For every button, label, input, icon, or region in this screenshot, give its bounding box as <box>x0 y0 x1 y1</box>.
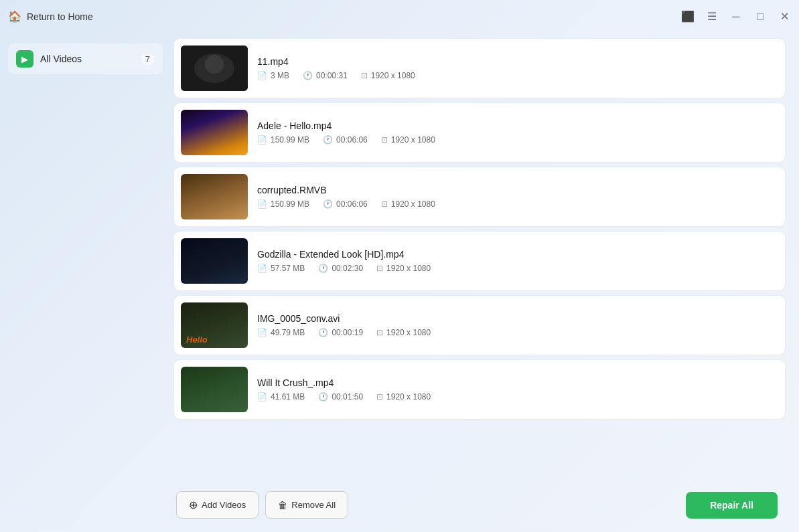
video-thumbnail-5: Hello <box>181 302 248 348</box>
resolution-2: ⊡ 1920 x 1080 <box>381 135 435 145</box>
video-name-5: IMG_0005_conv.avi <box>257 313 774 324</box>
resolution-3: ⊡ 1920 x 1080 <box>381 199 435 209</box>
file-icon: 📄 <box>257 199 267 209</box>
resolution-4: ⊡ 1920 x 1080 <box>376 264 431 273</box>
video-info-5: IMG_0005_conv.avi 📄 49.79 MB 🕐 00:00:19 … <box>257 313 774 337</box>
video-thumbnail-2 <box>181 110 248 155</box>
clock-icon: 🕐 <box>318 392 328 402</box>
file-size-4: 📄 57.57 MB <box>257 264 305 273</box>
video-list: 11.mp4 📄 3 MB 🕐 00:00:31 ⊡ 1920 x 1080 <box>173 38 788 483</box>
main-layout: ▶ All Videos 7 11.mp4 <box>0 33 799 532</box>
res-icon: ⊡ <box>381 135 388 145</box>
add-videos-button[interactable]: ⊕ Add Videos <box>176 491 259 519</box>
table-row: 11.mp4 📄 3 MB 🕐 00:00:31 ⊡ 1920 x 1080 <box>173 38 786 98</box>
video-thumbnail-4 <box>181 238 248 284</box>
bottom-bar: ⊕ Add Videos 🗑 Remove All Repair All <box>173 483 788 527</box>
video-info-6: Will It Crush_.mp4 📄 41.61 MB 🕐 00:01:50… <box>257 377 774 402</box>
title-bar: 🏠 Return to Home ⬛ ☰ ─ □ ✕ <box>0 0 799 33</box>
close-icon[interactable]: ✕ <box>778 10 791 23</box>
video-meta-3: 📄 150.99 MB 🕐 00:06:06 ⊡ 1920 x 1080 <box>257 199 774 209</box>
duration-2: 🕐 00:06:06 <box>323 135 368 145</box>
video-name-6: Will It Crush_.mp4 <box>257 377 774 388</box>
duration-3: 🕐 00:06:06 <box>323 199 368 209</box>
video-meta-6: 📄 41.61 MB 🕐 00:01:50 ⊡ 1920 x 1080 <box>257 392 774 402</box>
video-name-1: 11.mp4 <box>257 56 774 67</box>
duration-6: 🕐 00:01:50 <box>318 392 363 402</box>
duration-5: 🕐 00:00:19 <box>318 328 363 337</box>
clock-icon: 🕐 <box>323 199 333 209</box>
video-name-2: Adele - Hello.mp4 <box>257 120 774 131</box>
sidebar: ▶ All Videos 7 <box>0 33 171 532</box>
file-icon: 📄 <box>257 264 267 273</box>
maximize-icon[interactable]: □ <box>753 11 767 23</box>
clock-icon: 🕐 <box>303 71 313 80</box>
screen-icon[interactable]: ⬛ <box>681 10 695 23</box>
file-icon: 📄 <box>257 392 267 402</box>
plus-icon: ⊕ <box>189 499 198 511</box>
video-info-2: Adele - Hello.mp4 📄 150.99 MB 🕐 00:06:06… <box>257 120 774 145</box>
minimize-icon[interactable]: ─ <box>729 11 743 23</box>
sidebar-item-all-videos[interactable]: ▶ All Videos 7 <box>8 43 163 74</box>
video-thumbnail-6 <box>181 367 248 412</box>
res-icon: ⊡ <box>381 199 388 209</box>
window-controls: ⬛ ☰ ─ □ ✕ <box>681 10 791 23</box>
table-row: Hello IMG_0005_conv.avi 📄 49.79 MB 🕐 00:… <box>173 295 786 355</box>
resolution-5: ⊡ 1920 x 1080 <box>376 328 431 337</box>
file-icon: 📄 <box>257 71 267 80</box>
file-size-3: 📄 150.99 MB <box>257 199 309 209</box>
table-row: Godzilla - Extended Look [HD].mp4 📄 57.5… <box>173 231 786 291</box>
video-meta-5: 📄 49.79 MB 🕐 00:00:19 ⊡ 1920 x 1080 <box>257 328 774 337</box>
video-meta-4: 📄 57.57 MB 🕐 00:02:30 ⊡ 1920 x 1080 <box>257 264 774 273</box>
clock-icon: 🕐 <box>318 328 328 337</box>
file-icon: 📄 <box>257 328 267 337</box>
trash-icon: 🗑 <box>278 500 287 511</box>
svg-point-2 <box>205 55 224 74</box>
res-icon: ⊡ <box>376 264 383 273</box>
file-size-6: 📄 41.61 MB <box>257 392 305 402</box>
res-icon: ⊡ <box>376 392 383 402</box>
table-row: Will It Crush_.mp4 📄 41.61 MB 🕐 00:01:50… <box>173 359 786 420</box>
table-row: corrupted.RMVB 📄 150.99 MB 🕐 00:06:06 ⊡ <box>173 167 786 227</box>
video-info-1: 11.mp4 📄 3 MB 🕐 00:00:31 ⊡ 1920 x 1080 <box>257 56 774 80</box>
home-icon: 🏠 <box>8 10 21 23</box>
res-icon: ⊡ <box>376 328 383 337</box>
video-meta-1: 📄 3 MB 🕐 00:00:31 ⊡ 1920 x 1080 <box>257 71 774 80</box>
resolution-6: ⊡ 1920 x 1080 <box>376 392 431 402</box>
video-thumbnail-1 <box>181 46 248 91</box>
all-videos-label: All Videos <box>40 54 134 64</box>
clock-icon: 🕐 <box>318 264 328 273</box>
duration-1: 🕐 00:00:31 <box>303 71 348 80</box>
video-info-3: corrupted.RMVB 📄 150.99 MB 🕐 00:06:06 ⊡ <box>257 185 774 209</box>
bottom-left-actions: ⊕ Add Videos 🗑 Remove All <box>176 491 348 519</box>
video-info-4: Godzilla - Extended Look [HD].mp4 📄 57.5… <box>257 249 774 273</box>
return-to-home-button[interactable]: 🏠 Return to Home <box>8 10 93 23</box>
video-name-4: Godzilla - Extended Look [HD].mp4 <box>257 249 774 260</box>
home-label: Return to Home <box>27 11 93 22</box>
repair-all-button[interactable]: Repair All <box>686 492 778 519</box>
file-size-2: 📄 150.99 MB <box>257 135 309 145</box>
all-videos-count: 7 <box>141 54 155 65</box>
menu-icon[interactable]: ☰ <box>705 10 719 23</box>
video-thumbnail-3 <box>181 174 248 219</box>
content-area: 11.mp4 📄 3 MB 🕐 00:00:31 ⊡ 1920 x 1080 <box>171 33 799 532</box>
play-icon: ▶ <box>16 50 33 68</box>
file-size-5: 📄 49.79 MB <box>257 328 305 337</box>
remove-all-button[interactable]: 🗑 Remove All <box>265 491 348 519</box>
video-name-3: corrupted.RMVB <box>257 185 774 195</box>
video-meta-2: 📄 150.99 MB 🕐 00:06:06 ⊡ 1920 x 1080 <box>257 135 774 145</box>
file-size-1: 📄 3 MB <box>257 71 289 80</box>
file-icon: 📄 <box>257 135 267 145</box>
clock-icon: 🕐 <box>323 135 333 145</box>
duration-4: 🕐 00:02:30 <box>318 264 363 273</box>
table-row: Adele - Hello.mp4 📄 150.99 MB 🕐 00:06:06… <box>173 102 786 163</box>
resolution-1: ⊡ 1920 x 1080 <box>361 71 415 80</box>
res-icon: ⊡ <box>361 71 368 80</box>
